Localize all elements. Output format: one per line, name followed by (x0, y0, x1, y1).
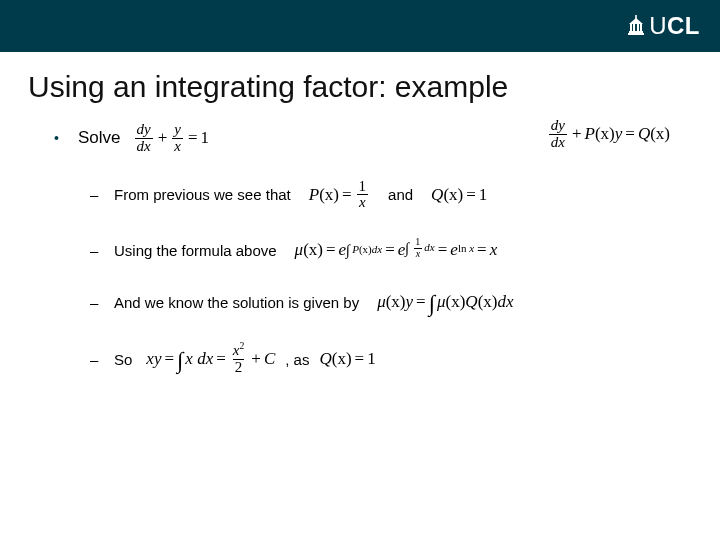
svg-rect-0 (628, 33, 644, 35)
sub-formula: – Using the formula above μ(x) = e∫P(x)d… (90, 239, 680, 261)
sub1-text: From previous we see that (114, 186, 291, 203)
svg-rect-3 (633, 24, 635, 31)
sub-solution: – And we know the solution is given by μ… (90, 289, 680, 315)
dome-icon (627, 15, 645, 37)
dash-icon: – (90, 351, 104, 368)
eq-generic: dydx + P(x)y = Q(x) (547, 118, 670, 151)
eq-solution: μ(x)y = ∫μ(x)Q(x)dx (377, 289, 513, 315)
sub3-text: And we know the solution is given by (114, 294, 359, 311)
eq-result: xy = ∫x dx = x22 + C (146, 343, 275, 376)
slide-title: Using an integrating factor: example (28, 70, 720, 104)
header-bar: UCL (0, 0, 720, 52)
svg-rect-4 (637, 24, 639, 31)
logo-text: UCL (649, 12, 700, 40)
eq-q: Q(x) = 1 (431, 185, 487, 205)
dash-icon: – (90, 294, 104, 311)
sub4-text: So (114, 351, 132, 368)
and-text: and (388, 186, 413, 203)
bullet-solve: • Solve dydx + yx = 1 dydx + P(x)y = Q(x… (54, 122, 680, 155)
sub-previous: – From previous we see that P(x) = 1x an… (90, 179, 680, 212)
slide-content: • Solve dydx + yx = 1 dydx + P(x)y = Q(x… (0, 122, 720, 376)
comma-as: , as (285, 351, 309, 368)
sub2-text: Using the formula above (114, 242, 277, 259)
dash-icon: – (90, 242, 104, 259)
ucl-logo: UCL (627, 12, 700, 40)
eq-mu: μ(x) = e∫P(x)dx = e∫1xdx = eln x = x (295, 239, 498, 261)
dash-icon: – (90, 186, 104, 203)
bullet-dot: • (54, 131, 66, 145)
eq-main: dydx + yx = 1 (133, 122, 210, 155)
svg-rect-1 (629, 31, 643, 33)
svg-rect-6 (635, 15, 637, 19)
sub-so: – So xy = ∫x dx = x22 + C , as Q(x) = 1 (90, 343, 680, 376)
eq-p: P(x) = 1x (309, 179, 370, 212)
bullet-label: Solve (78, 128, 121, 148)
eq-q2: Q(x) = 1 (319, 349, 375, 369)
svg-rect-2 (630, 24, 632, 31)
svg-rect-5 (640, 24, 642, 31)
